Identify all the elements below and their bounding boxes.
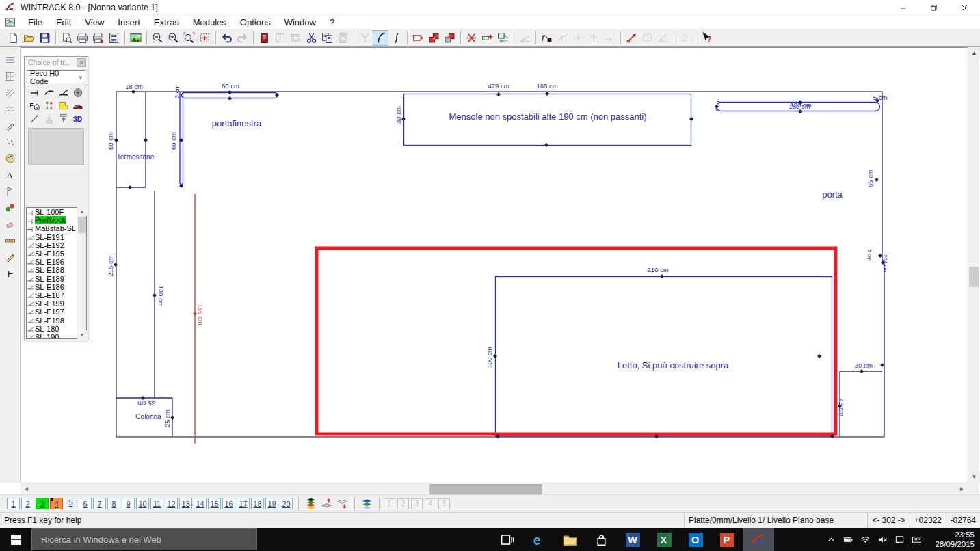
texture-icon[interactable]: [3, 53, 18, 67]
menu-item-help[interactable]: ?: [323, 17, 341, 27]
flex-track-icon[interactable]: [388, 30, 404, 46]
menu-item-modules[interactable]: Modules: [186, 17, 233, 27]
save-icon[interactable]: [37, 30, 53, 46]
plan-shape-icon[interactable]: [56, 99, 70, 112]
page-button-11[interactable]: 11: [150, 498, 163, 509]
scroll-left-arrow[interactable]: ◄: [21, 483, 32, 495]
plan-label[interactable]: 3 cm: [173, 85, 181, 99]
page-button-5[interactable]: 5: [64, 496, 77, 508]
touch-keyboard-icon[interactable]: [908, 528, 925, 551]
zoom-in-icon[interactable]: [165, 30, 181, 46]
plan-label[interactable]: Colonna: [135, 413, 161, 420]
panel-close-icon[interactable]: ✕: [77, 58, 86, 67]
page-button-8[interactable]: 8: [107, 498, 120, 509]
curve-track-icon[interactable]: [42, 86, 56, 99]
plan-label[interactable]: 180 cm: [536, 82, 557, 90]
bed-outline[interactable]: [496, 277, 832, 437]
flag-icon[interactable]: [3, 184, 18, 198]
menu-item-view[interactable]: View: [78, 17, 111, 27]
open-file-icon[interactable]: [21, 30, 37, 46]
start-button[interactable]: [0, 528, 31, 551]
layer-down-icon[interactable]: [334, 496, 350, 511]
curve-tool-icon[interactable]: [373, 30, 388, 46]
page-button-17[interactable]: 17: [237, 498, 250, 509]
function-f-icon[interactable]: F: [3, 266, 18, 280]
plan-label[interactable]: 155 cm: [197, 304, 204, 325]
wifi-icon[interactable]: [857, 528, 874, 551]
context-help-icon[interactable]: ?: [699, 30, 715, 46]
plan-label[interactable]: 95 cm: [866, 170, 874, 187]
paint-icon[interactable]: [3, 200, 18, 215]
track-template-icon[interactable]: [410, 30, 426, 46]
plan-label[interactable]: 60 cm: [222, 82, 239, 90]
print-icon[interactable]: [75, 30, 90, 46]
close-button[interactable]: [949, 0, 980, 15]
flex-function-icon[interactable]: f: [539, 30, 555, 46]
delete-track-icon[interactable]: [464, 30, 479, 46]
horizontal-scroll-thumb[interactable]: [429, 484, 542, 494]
copy-selection-icon[interactable]: [442, 30, 458, 46]
figures-icon[interactable]: [42, 99, 56, 112]
page-button-6[interactable]: 6: [79, 498, 92, 509]
plan-label[interactable]: Mensole non spostabili alte 190 cm (non …: [449, 111, 646, 122]
page-button-4[interactable]: 4: [50, 498, 63, 509]
page-button-19[interactable]: 19: [265, 498, 278, 509]
horizontal-scrollbar[interactable]: ◄ ►: [21, 483, 968, 494]
knife-icon[interactable]: [3, 118, 18, 133]
plan-label[interactable]: 33 cm: [395, 106, 402, 124]
plan-label[interactable]: 180 cm: [790, 101, 811, 109]
minimize-button[interactable]: [888, 0, 918, 15]
ruler-icon[interactable]: [3, 233, 18, 247]
insert-track-icon[interactable]: [479, 30, 495, 46]
eraser-icon[interactable]: [3, 217, 18, 231]
plan-label[interactable]: 210 cm: [647, 266, 668, 273]
menu-item-edit[interactable]: Edit: [49, 17, 78, 27]
plan-label[interactable]: 215 cm: [107, 255, 114, 276]
page-button-3[interactable]: 3: [36, 498, 49, 509]
battery-icon[interactable]: [840, 528, 857, 551]
file-explorer-icon[interactable]: [554, 528, 585, 551]
part-list-scrollbar[interactable]: ▲ ▼: [77, 207, 86, 339]
store-icon[interactable]: [585, 528, 617, 551]
list-scroll-thumb[interactable]: [78, 217, 86, 233]
page-button-1[interactable]: 1: [7, 498, 20, 509]
wintrack-taskbar-icon[interactable]: 8: [743, 528, 774, 551]
plan-label[interactable]: 5 cm: [873, 94, 888, 101]
selection-rectangle[interactable]: [317, 248, 836, 434]
dots-icon[interactable]: [3, 135, 18, 149]
plan-label[interactable]: 479 cm: [488, 82, 509, 90]
plan-label[interactable]: Termosifone: [117, 153, 155, 161]
plan-label[interactable]: 18 cm: [125, 83, 143, 90]
menu-item-extras[interactable]: Extras: [147, 17, 186, 27]
action-center-icon[interactable]: [891, 528, 908, 551]
menu-item-window[interactable]: Window: [278, 17, 323, 27]
turnout-icon[interactable]: [56, 86, 70, 99]
restore-button[interactable]: [918, 0, 949, 15]
page-button-16[interactable]: 16: [222, 498, 235, 509]
print-preview-icon[interactable]: [59, 30, 75, 46]
plan-label[interactable]: 130 cm: [157, 285, 165, 306]
view-3d-icon[interactable]: 3D: [70, 112, 85, 125]
delete-doc-icon[interactable]: [256, 30, 272, 46]
menu-item-options[interactable]: Options: [233, 17, 278, 27]
plan-label[interactable]: 100 cm: [486, 347, 493, 368]
pencil-icon[interactable]: [3, 250, 18, 264]
volume-muted-icon[interactable]: [874, 528, 891, 551]
taskbar-search-input[interactable]: Ricerca in Windows e nel Web: [31, 528, 257, 550]
background-image-icon[interactable]: [128, 30, 144, 46]
page-button-15[interactable]: 15: [208, 498, 221, 509]
plan-label[interactable]: Letto, Si può costruire sopra: [618, 360, 729, 371]
edge-icon[interactable]: e: [522, 528, 554, 551]
track-system-dropdown[interactable]: Peco H0 Code ∨: [27, 70, 85, 83]
new-file-icon[interactable]: [5, 30, 21, 46]
plan-label[interactable]: 35 cm: [137, 400, 155, 407]
roadbed-icon[interactable]: [70, 99, 85, 112]
palette-icon[interactable]: [3, 151, 18, 165]
rotate-180-icon[interactable]: 180°: [495, 30, 511, 46]
layer-up-icon[interactable]: [319, 496, 334, 511]
word-icon[interactable]: W: [617, 528, 648, 551]
chevron-up-icon[interactable]: [823, 528, 840, 551]
plan-label[interactable]: 60 cm: [170, 132, 177, 150]
page-button-9[interactable]: 9: [122, 498, 135, 509]
cut-icon[interactable]: [304, 30, 319, 46]
